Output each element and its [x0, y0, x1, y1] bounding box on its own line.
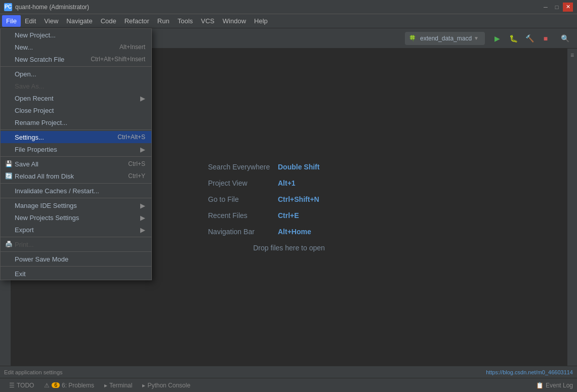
bottom-tab-problems[interactable]: ⚠6 6: Problems [39, 378, 99, 393]
menu-item-run[interactable]: Run [153, 15, 174, 27]
menu-item-label: Manage IDE Settings [15, 202, 77, 209]
debug-button[interactable]: 🐛 [506, 31, 520, 46]
menu-item-new-scratch[interactable]: New Scratch FileCtrl+Alt+Shift+Insert [1, 53, 151, 65]
menu-item-label: Print... [15, 241, 34, 248]
right-sidebar: ≡ [567, 49, 577, 366]
status-left: Edit application settings [4, 369, 63, 375]
hint-key: Alt+Home [278, 228, 311, 236]
menu-item-shortcut: Alt+Insert [119, 43, 145, 51]
menu-item-close-project[interactable]: Close Project [1, 104, 151, 116]
event-log-label: Event Log [546, 382, 573, 389]
menu-item-label: Rename Project... [15, 119, 67, 126]
menu-item-label: Reload All from Disk [15, 172, 74, 180]
title-text: quant-home (Administrator) [15, 4, 541, 11]
menu-item-label: New Projects Settings [15, 214, 79, 222]
status-right: https://blog.csdn.net/m0_46603114 [486, 369, 573, 375]
menu-separator [1, 129, 151, 130]
submenu-arrow-icon: ▶ [140, 95, 145, 102]
menu-item-file-properties[interactable]: File Properties▶ [1, 143, 151, 155]
bottom-tab-label: Python Console [147, 382, 190, 389]
menu-item-file[interactable]: File [2, 15, 21, 27]
menu-item-label: Save As... [15, 82, 45, 90]
hint-label: Project View [208, 179, 274, 187]
menu-item-print: 🖨️Print... [1, 238, 151, 250]
hint-row: Navigation BarAlt+Home [208, 228, 370, 236]
event-log-button[interactable]: 📋 Event Log [536, 382, 573, 389]
menu-bar: FileEditViewNavigateCodeRefactorRunTools… [0, 14, 577, 28]
bottom-tab-terminal[interactable]: ▸ Terminal [99, 378, 137, 393]
right-sidebar-btn-1[interactable]: ≡ [568, 51, 577, 60]
menu-item-icon: 🖨️ [5, 240, 13, 248]
menu-item-window[interactable]: Window [219, 15, 250, 27]
menu-item-new-projects-settings[interactable]: New Projects Settings▶ [1, 211, 151, 224]
submenu-arrow-icon: ▶ [140, 146, 145, 153]
blog-link[interactable]: https://blog.csdn.net/m0_46603114 [486, 369, 573, 375]
bottom-tab-icon: ▸ [142, 382, 145, 389]
menu-item-navigate[interactable]: Navigate [62, 15, 96, 27]
bottom-tab-icon: ⚠ [44, 382, 50, 389]
file-dropdown-menu: New Project...New...Alt+InsertNew Scratc… [0, 28, 152, 280]
build-button[interactable]: 🔨 [522, 31, 537, 46]
menu-item-tools[interactable]: Tools [174, 15, 197, 27]
close-button[interactable]: ✕ [563, 3, 573, 12]
menu-item-shortcut: Ctrl+Alt+S [117, 134, 145, 141]
bottom-tab-icon: ☰ [9, 382, 15, 389]
bottom-tab-todo[interactable]: ☰ TODO [4, 378, 39, 393]
search-button[interactable]: 🔍 [558, 31, 572, 46]
hint-row: Search EverywhereDouble Shift [208, 163, 370, 171]
minimize-button[interactable]: ─ [541, 3, 551, 12]
event-log-icon: 📋 [536, 382, 544, 389]
menu-item-label: New Scratch File [15, 56, 64, 63]
menu-separator [1, 198, 151, 198]
maximize-button[interactable]: □ [552, 3, 562, 12]
menu-item-open-recent[interactable]: Open Recent▶ [1, 92, 151, 104]
menu-item-help[interactable]: Help [250, 15, 272, 27]
menu-item-rename-project[interactable]: Rename Project... [1, 116, 151, 128]
menu-item-new[interactable]: New...Alt+Insert [1, 41, 151, 53]
menu-item-label: Exit [15, 270, 26, 278]
menu-item-edit[interactable]: Edit [21, 15, 40, 27]
menu-item-view[interactable]: View [40, 15, 62, 27]
run-config-selector[interactable]: 🍀 extend_data_macd ▼ [405, 32, 485, 45]
hint-label: Recent Files [208, 211, 274, 220]
submenu-arrow-icon: ▶ [140, 214, 145, 222]
drop-hint: Drop files here to open [208, 244, 370, 252]
menu-separator [1, 237, 151, 237]
menu-item-new-project[interactable]: New Project... [1, 29, 151, 41]
bottom-tab-icon: ▸ [104, 382, 107, 389]
menu-item-icon: 💾 [5, 160, 13, 168]
menu-item-reload-all[interactable]: 🔄Reload All from DiskCtrl+Y [1, 170, 151, 182]
menu-item-shortcut: Ctrl+Y [128, 172, 145, 180]
menu-item-shortcut: Ctrl+Alt+Shift+Insert [91, 56, 145, 63]
menu-separator [1, 266, 151, 267]
bottom-tab-python-console[interactable]: ▸ Python Console [137, 378, 195, 393]
hint-key: Ctrl+E [278, 211, 299, 220]
run-config-label: extend_data_macd [420, 35, 472, 42]
menu-item-save-all[interactable]: 💾Save AllCtrl+S [1, 158, 151, 170]
menu-item-invalidate-caches[interactable]: Invalidate Caches / Restart... [1, 185, 151, 197]
menu-item-vcs[interactable]: VCS [197, 15, 219, 27]
status-text: Edit application settings [4, 369, 63, 375]
menu-item-exit[interactable]: Exit [1, 268, 151, 280]
menu-separator [1, 183, 151, 184]
hint-key: Double Shift [278, 163, 319, 171]
submenu-arrow-icon: ▶ [140, 202, 145, 209]
menu-item-power-save[interactable]: Power Save Mode [1, 253, 151, 265]
menu-item-shortcut: Ctrl+S [128, 160, 145, 167]
run-button[interactable]: ▶ [490, 31, 504, 46]
menu-separator [1, 66, 151, 67]
menu-item-refactor[interactable]: Refactor [120, 15, 153, 27]
menu-item-save-as: Save As... [1, 80, 151, 92]
menu-item-open[interactable]: Open... [1, 68, 151, 80]
submenu-arrow-icon: ▶ [140, 226, 145, 234]
menu-item-export[interactable]: Export▶ [1, 224, 151, 236]
stop-button[interactable]: ■ [539, 31, 553, 46]
hint-row: Project ViewAlt+1 [208, 179, 370, 187]
menu-item-label: Invalidate Caches / Restart... [15, 187, 99, 195]
menu-item-code[interactable]: Code [97, 15, 120, 27]
menu-item-label: New... [15, 43, 33, 51]
menu-item-manage-ide[interactable]: Manage IDE Settings▶ [1, 199, 151, 211]
hint-key: Ctrl+Shift+N [278, 195, 319, 203]
menu-item-settings[interactable]: Settings...Ctrl+Alt+S [1, 131, 151, 143]
status-bar: Edit application settings https://blog.c… [0, 366, 577, 378]
